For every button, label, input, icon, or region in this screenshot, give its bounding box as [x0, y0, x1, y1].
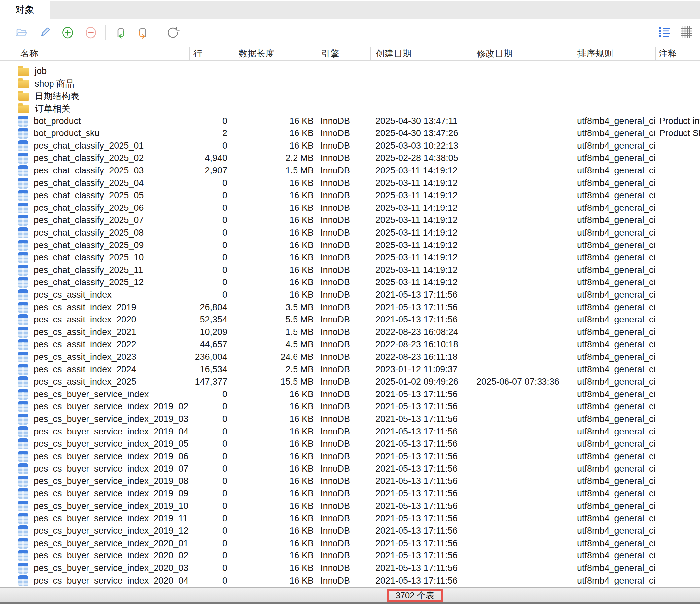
table-row[interactable]: pes_cs_buyer_service_index_2019_11 0 16 …: [0, 512, 700, 525]
new-table-button[interactable]: [60, 25, 75, 40]
table-name-cell: pes_cs_assit_index_2024: [0, 364, 189, 375]
table-name: pes_cs_buyer_service_index_2019_07: [34, 464, 188, 474]
table-row[interactable]: pes_cs_buyer_service_index_2019_02 0 16 …: [0, 401, 700, 413]
table-name-cell: pes_chat_classify_2025_08: [0, 227, 189, 238]
table-icon: [18, 128, 28, 139]
table-row[interactable]: pes_chat_classify_2025_10 0 16 KB InnoDB…: [0, 251, 700, 264]
list-view-button[interactable]: [659, 26, 670, 39]
column-header-modified[interactable]: 修改日期: [472, 47, 574, 61]
table-row[interactable]: pes_cs_buyer_service_index_2019_06 0 16 …: [0, 450, 700, 463]
column-header-rows[interactable]: 行: [189, 47, 237, 61]
table-collation-cell: utf8mb4_general_ci: [574, 476, 655, 486]
table-collation-cell: utf8mb4_general_ci: [574, 240, 655, 250]
table-row[interactable]: pes_cs_buyer_service_index_2019_07 0 16 …: [0, 463, 700, 475]
table-row[interactable]: pes_cs_buyer_service_index_2020_02 0 16 …: [0, 550, 700, 562]
table-row[interactable]: pes_chat_classify_2025_02 4,940 2.2 MB I…: [0, 152, 700, 165]
table-row[interactable]: pes_cs_buyer_service_index_2020_04 0 16 …: [0, 574, 700, 587]
table-icon: [18, 438, 28, 449]
table-row[interactable]: pes_cs_assit_index_2025 147,377 15.5 MB …: [0, 376, 700, 388]
table-name: pes_cs_buyer_service_index_2020_03: [34, 563, 188, 573]
table-icon: [18, 178, 28, 189]
table-row[interactable]: pes_cs_buyer_service_index_2019_05 0 16 …: [0, 438, 700, 450]
table-row[interactable]: pes_chat_classify_2025_11 0 16 KB InnoDB…: [0, 264, 700, 276]
column-header-created[interactable]: 创建日期: [371, 47, 472, 61]
table-row[interactable]: pes_chat_classify_2025_08 0 16 KB InnoDB…: [0, 227, 700, 239]
table-datalength-cell: 16 KB: [237, 203, 316, 213]
table-row[interactable]: pes_cs_buyer_service_index_2019_09 0 16 …: [0, 487, 700, 500]
table-created-cell: 2025-03-11 14:19:12: [371, 252, 472, 263]
table-rows-cell: 0: [189, 501, 237, 511]
table-row[interactable]: pes_cs_buyer_service_index_2020_03 0 16 …: [0, 562, 700, 575]
import-wizard-button[interactable]: [113, 25, 127, 40]
table-row[interactable]: pes_cs_buyer_service_index_2020_01 0 16 …: [0, 537, 700, 550]
table-rows-cell: 0: [189, 215, 237, 225]
table-row[interactable]: bot_product 0 16 KB InnoDB 2025-04-30 13…: [0, 115, 700, 127]
table-icon: [18, 463, 28, 474]
table-row[interactable]: pes_cs_buyer_service_index_2019_10 0 16 …: [0, 500, 700, 512]
table-row[interactable]: pes_chat_classify_2025_05 0 16 KB InnoDB…: [0, 189, 700, 202]
table-icon: [18, 538, 28, 549]
table-collation-cell: utf8mb4_general_ci: [574, 576, 655, 586]
delete-table-button[interactable]: [83, 25, 98, 40]
table-name-cell: pes_cs_buyer_service_index_2019_12: [0, 525, 189, 536]
table-row[interactable]: pes_cs_assit_index_2023 236,004 24.6 MB …: [0, 351, 700, 363]
table-collation-cell: utf8mb4_general_ci: [574, 153, 655, 163]
table-row[interactable]: pes_chat_classify_2025_06 0 16 KB InnoDB…: [0, 202, 700, 214]
table-row[interactable]: pes_cs_assit_index_2020 52,354 5.5 MB In…: [0, 314, 700, 326]
status-bar: 3702 个表: [0, 587, 700, 604]
table-row[interactable]: pes_cs_assit_index_2021 10,209 1.5 MB In…: [0, 326, 700, 338]
table-created-cell: 2025-03-03 10:22:13: [371, 141, 472, 151]
table-row[interactable]: pes_cs_assit_index 0 16 KB InnoDB 2021-0…: [0, 289, 700, 301]
table-row[interactable]: pes_chat_classify_2025_03 2,907 1.5 MB I…: [0, 165, 700, 177]
table-datalength-cell: 16 KB: [237, 501, 316, 511]
table-rows-cell: 0: [189, 228, 237, 238]
column-header-data_length[interactable]: 数据长度: [237, 47, 316, 61]
folder-row[interactable]: job: [0, 65, 700, 78]
table-datalength-cell: 16 KB: [237, 190, 316, 200]
column-header-comment[interactable]: 注释: [655, 47, 700, 61]
table-row[interactable]: pes_cs_buyer_service_index 0 16 KB InnoD…: [0, 388, 700, 401]
table-created-cell: 2025-04-30 13:47:11: [371, 116, 472, 126]
table-row[interactable]: pes_cs_buyer_service_index_2019_08 0 16 …: [0, 475, 700, 488]
folder-row[interactable]: 日期结构表: [0, 90, 700, 102]
table-row[interactable]: pes_chat_classify_2025_04 0 16 KB InnoDB…: [0, 177, 700, 189]
column-header-name[interactable]: 名称: [0, 47, 189, 61]
table-row[interactable]: pes_cs_buyer_service_index_2019_12 0 16 …: [0, 525, 700, 537]
table-row[interactable]: pes_cs_buyer_service_index_2019_03 0 16 …: [0, 413, 700, 426]
open-table-button[interactable]: [14, 25, 29, 40]
table-engine-cell: InnoDB: [316, 526, 371, 536]
column-header-collation[interactable]: 排序规则: [574, 47, 655, 61]
table-engine-cell: InnoDB: [316, 339, 371, 349]
table-name-cell: pes_cs_buyer_service_index_2019_10: [0, 501, 189, 511]
refresh-button[interactable]: [166, 25, 180, 40]
column-header-engine[interactable]: 引擎: [316, 47, 371, 61]
folder-row[interactable]: shop 商品: [0, 78, 700, 90]
tab-objects[interactable]: 对象: [0, 1, 50, 19]
table-engine-cell: InnoDB: [316, 240, 371, 250]
table-datalength-cell: 16 KB: [237, 252, 316, 263]
table-row[interactable]: pes_cs_buyer_service_index_2019_04 0 16 …: [0, 425, 700, 438]
export-wizard-button[interactable]: [136, 25, 151, 40]
table-engine-cell: InnoDB: [316, 166, 371, 176]
design-table-button[interactable]: [37, 25, 52, 40]
refresh-icon: [166, 25, 180, 40]
table-collation-cell: utf8mb4_general_ci: [574, 178, 655, 188]
table-row[interactable]: pes_cs_assit_index_2019 26,804 3.5 MB In…: [0, 301, 700, 314]
table-name-cell: pes_chat_classify_2025_11: [0, 265, 189, 275]
table-rows-cell: 0: [189, 252, 237, 263]
table-row[interactable]: pes_cs_assit_index_2022 44,657 4.5 MB In…: [0, 338, 700, 351]
table-row[interactable]: pes_chat_classify_2025_01 0 16 KB InnoDB…: [0, 140, 700, 152]
table-engine-cell: InnoDB: [316, 265, 371, 275]
table-icon: [18, 563, 28, 574]
folder-row[interactable]: 订单相关: [0, 102, 700, 115]
table-row[interactable]: pes_cs_assit_index_2024 16,534 2.5 MB In…: [0, 363, 700, 376]
table-collation-cell: utf8mb4_general_ci: [574, 551, 655, 561]
table-rows-cell: 0: [189, 402, 237, 412]
table-row[interactable]: pes_chat_classify_2025_07 0 16 KB InnoDB…: [0, 214, 700, 227]
table-count-annotation: 3702 个表: [386, 589, 443, 602]
table-rows-cell: 0: [189, 290, 237, 300]
table-row[interactable]: pes_chat_classify_2025_12 0 16 KB InnoDB…: [0, 276, 700, 289]
table-row[interactable]: pes_chat_classify_2025_09 0 16 KB InnoDB…: [0, 239, 700, 251]
table-row[interactable]: bot_product_sku 2 16 KB InnoDB 2025-04-3…: [0, 127, 700, 140]
grid-view-button[interactable]: [680, 26, 692, 39]
